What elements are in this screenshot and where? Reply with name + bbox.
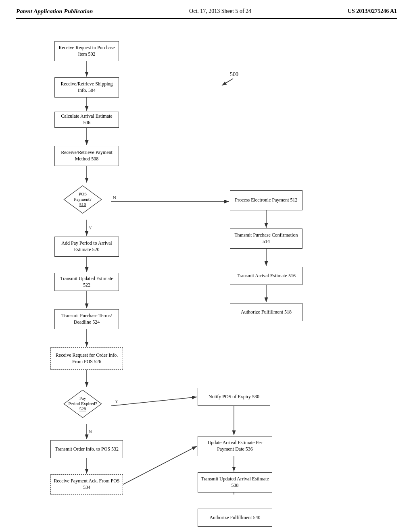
publication-label: Patent Application Publication: [16, 8, 93, 15]
box-534: Receive Payment Ack. From POS 534: [50, 474, 123, 495]
box-504: Receive/Retrieve Shipping Info. 504: [54, 77, 119, 98]
box-524: Transmit Purchase Terms/ Deadline 524: [54, 309, 119, 329]
svg-marker-1: [64, 390, 101, 418]
box-522: Transmit Updated Estimate 522: [54, 273, 119, 291]
box-518: Authorize Fulfillment 518: [230, 303, 302, 321]
arrows-svg: Y N Y N: [16, 31, 397, 495]
publication-date: Oct. 17, 2013 Sheet 5 of 24: [189, 8, 251, 15]
box-532: Transmit Order Info. to POS 532: [50, 440, 123, 458]
svg-text:Y: Y: [89, 225, 92, 230]
svg-line-15: [111, 397, 197, 406]
svg-text:N: N: [89, 429, 92, 434]
page-header: Patent Application Publication Oct. 17, …: [16, 8, 397, 19]
diamond-528: PayPeriod Expired?528: [63, 388, 103, 420]
box-530: Notify POS of Expiry 530: [198, 388, 270, 406]
box-508: Receive/Retrieve Payment Method 508: [54, 146, 119, 166]
box-526: Receive Request for Order Info. From POS…: [50, 347, 123, 370]
svg-text:N: N: [113, 195, 116, 200]
svg-marker-0: [64, 186, 101, 213]
box-520: Add Pay Period to Arrival Estimate 520: [54, 237, 119, 257]
svg-line-23: [222, 79, 233, 85]
flowchart-diagram: 500 Receive Request to Purchase Item 502…: [16, 31, 397, 495]
publication-number: US 2013/0275246 A1: [348, 8, 397, 15]
svg-line-27: [123, 446, 197, 484]
box-538: Transmit Updated Arrival Estimate 538: [198, 472, 272, 493]
box-512: Process Electronic Payment 512: [230, 190, 302, 210]
box-514: Transmit Purchase Confirmation 514: [230, 229, 302, 249]
diamond-510: POSPayment?510: [63, 183, 103, 216]
svg-text:Y: Y: [115, 399, 118, 403]
box-536: Update Arrival Estimate Per Payment Date…: [198, 436, 272, 456]
box-506: Calculate Arrival Estimate 506: [54, 112, 119, 128]
box-516: Transmit Arrival Estimate 516: [230, 267, 302, 285]
box-502: Receive Request to Purchase Item 502: [54, 41, 119, 61]
diagram-label: 500: [230, 71, 238, 78]
box-540: Authorize Fulfillment 540: [198, 509, 272, 527]
page: Patent Application Publication Oct. 17, …: [0, 0, 413, 532]
